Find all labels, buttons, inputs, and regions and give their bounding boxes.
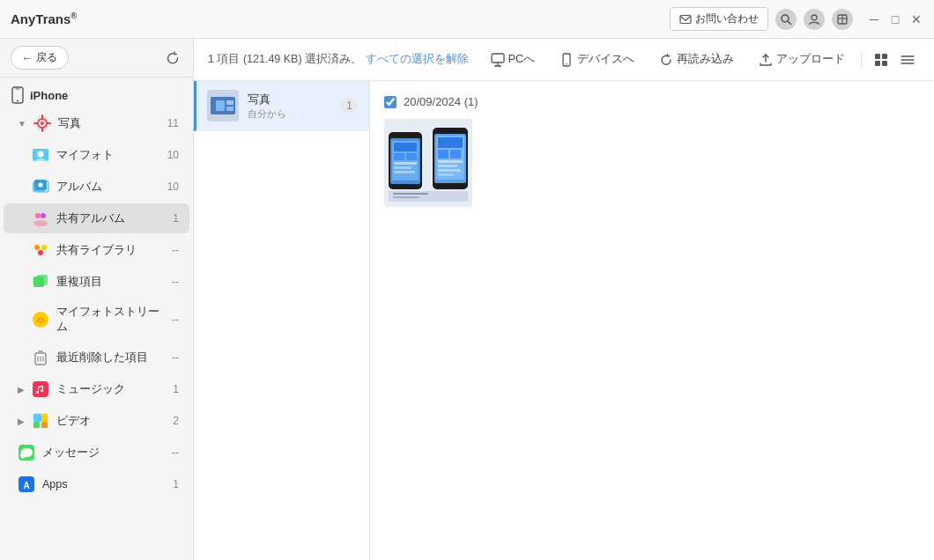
user-icon bbox=[808, 13, 820, 26]
date-label: 20/09/2024 (1) bbox=[404, 95, 478, 108]
device-button[interactable]: デバイスへ bbox=[551, 48, 643, 71]
grid-view-button[interactable] bbox=[869, 48, 893, 72]
list-view-button[interactable] bbox=[895, 48, 920, 72]
apps-icon: A bbox=[18, 475, 35, 493]
sidebar-item-album[interactable]: アルバム 10 bbox=[4, 172, 189, 202]
sidebar-item-shared-album[interactable]: 共有アルバム 1 bbox=[4, 203, 189, 233]
titlebar: AnyTrans® お問い合わせ bbox=[0, 0, 934, 39]
svg-rect-54 bbox=[875, 61, 880, 66]
svg-point-22 bbox=[39, 183, 43, 188]
minimize-button[interactable]: ─ bbox=[867, 12, 881, 26]
shared-library-icon bbox=[32, 241, 49, 259]
svg-text:A: A bbox=[23, 481, 29, 490]
svg-rect-38 bbox=[33, 381, 48, 397]
pc-button[interactable]: PCへ bbox=[482, 48, 544, 71]
music-count: 1 bbox=[173, 383, 179, 395]
photo-album-count: 1 bbox=[340, 99, 359, 113]
shared-album-icon bbox=[32, 210, 49, 227]
sidebar-item-music[interactable]: ▶ ミュージック 1 bbox=[4, 374, 189, 404]
photo-grid-panel: 20/09/2024 (1) bbox=[370, 81, 934, 560]
email-icon bbox=[679, 13, 692, 26]
svg-rect-62 bbox=[226, 100, 234, 105]
svg-rect-82 bbox=[438, 169, 461, 172]
deselect-link[interactable]: すべての選択を解除 bbox=[366, 53, 469, 65]
svg-point-32 bbox=[40, 321, 42, 324]
photo-thumbnail[interactable] bbox=[384, 119, 472, 207]
store-button[interactable] bbox=[832, 9, 853, 30]
maximize-button[interactable]: □ bbox=[888, 12, 902, 26]
svg-rect-61 bbox=[216, 100, 225, 111]
refresh-button[interactable] bbox=[163, 48, 182, 68]
duplicates-icon bbox=[32, 273, 49, 291]
recently-deleted-count: -- bbox=[172, 351, 179, 364]
refresh-icon bbox=[166, 51, 180, 65]
recently-deleted-icon bbox=[32, 349, 49, 366]
svg-rect-55 bbox=[882, 61, 887, 66]
photo-list-item[interactable]: 写真 自分から 1 bbox=[194, 81, 369, 131]
album-label: アルバム bbox=[56, 180, 160, 195]
toolbar-divider bbox=[861, 51, 862, 69]
photos-toggle-icon: ▼ bbox=[18, 119, 26, 129]
photo-grid bbox=[384, 119, 920, 207]
svg-rect-86 bbox=[393, 196, 419, 198]
shared-album-count: 1 bbox=[173, 212, 179, 225]
window-controls: ─ □ ✕ bbox=[867, 12, 923, 26]
svg-point-3 bbox=[812, 15, 817, 20]
svg-point-27 bbox=[41, 245, 47, 250]
back-button[interactable]: ← 戻る bbox=[11, 46, 69, 70]
close-button[interactable]: ✕ bbox=[909, 12, 923, 26]
myphoto-icon bbox=[32, 146, 49, 164]
svg-rect-30 bbox=[37, 275, 48, 285]
svg-rect-70 bbox=[406, 153, 417, 160]
svg-rect-69 bbox=[394, 153, 404, 160]
svg-rect-71 bbox=[394, 162, 417, 165]
svg-point-51 bbox=[566, 63, 567, 64]
sidebar-toolbar: ← 戻る bbox=[0, 39, 193, 77]
sidebar-item-photos[interactable]: ▼ 写真 11 bbox=[4, 108, 189, 138]
contact-button[interactable]: お問い合わせ bbox=[670, 7, 768, 31]
album-icon bbox=[32, 178, 49, 195]
content-toolbar: 1 項目 (121.49 KB) 選択済み、 すべての選択を解除 PCへ bbox=[194, 39, 934, 81]
svg-rect-77 bbox=[438, 137, 463, 148]
sidebar-item-myphoto[interactable]: マイフォト 10 bbox=[4, 140, 189, 170]
svg-point-18 bbox=[38, 151, 44, 158]
music-icon bbox=[32, 380, 49, 398]
svg-point-9 bbox=[17, 100, 19, 102]
video-toggle-icon: ▶ bbox=[18, 416, 25, 426]
user-button[interactable] bbox=[804, 9, 825, 30]
selection-info: 1 項目 (121.49 KB) 選択済み、 すべての選択を解除 bbox=[208, 52, 475, 67]
svg-rect-42 bbox=[33, 422, 40, 428]
myphoto-count: 10 bbox=[167, 149, 179, 161]
svg-point-12 bbox=[41, 122, 44, 125]
sidebar-item-recently-deleted[interactable]: 最近削除した項目 -- bbox=[4, 343, 189, 372]
date-checkbox[interactable] bbox=[384, 96, 397, 108]
svg-rect-47 bbox=[492, 54, 504, 63]
reload-button[interactable]: 再読み込み bbox=[650, 48, 743, 71]
myphoto-label: マイフォト bbox=[56, 148, 160, 163]
main-container: ← 戻る iPhone ▼ bbox=[0, 39, 934, 560]
sidebar-item-apps[interactable]: A Apps 1 bbox=[4, 469, 189, 499]
svg-rect-81 bbox=[438, 165, 457, 167]
music-label: ミュージック bbox=[56, 382, 166, 397]
svg-rect-41 bbox=[41, 414, 48, 422]
svg-point-25 bbox=[33, 220, 48, 226]
svg-rect-83 bbox=[438, 173, 454, 176]
sidebar-item-video[interactable]: ▶ ビデオ 2 bbox=[4, 406, 189, 436]
photo-thumb-container[interactable] bbox=[384, 119, 472, 207]
search-button[interactable] bbox=[775, 9, 797, 30]
sidebar-item-messages[interactable]: メッセージ -- bbox=[4, 438, 189, 468]
titlebar-left: AnyTrans® bbox=[11, 11, 77, 26]
svg-rect-79 bbox=[450, 150, 461, 158]
sidebar-item-photostream[interactable]: マイフォトストリーム -- bbox=[4, 298, 189, 341]
svg-rect-68 bbox=[394, 143, 417, 151]
duplicates-count: -- bbox=[172, 276, 179, 288]
upload-button[interactable]: アップロード bbox=[750, 48, 854, 71]
video-label: ビデオ bbox=[56, 414, 166, 429]
search-icon bbox=[780, 13, 792, 26]
date-section-header: 20/09/2024 (1) bbox=[384, 95, 920, 108]
photo-area: 写真 自分から 1 20/09/2024 (1) bbox=[194, 81, 934, 560]
svg-rect-78 bbox=[438, 150, 448, 158]
sidebar-item-shared-library[interactable]: 共有ライブラリ -- bbox=[4, 235, 189, 265]
sidebar-item-duplicates[interactable]: 重複項目 -- bbox=[4, 267, 189, 297]
photo-album-name: 写真 bbox=[248, 92, 331, 107]
